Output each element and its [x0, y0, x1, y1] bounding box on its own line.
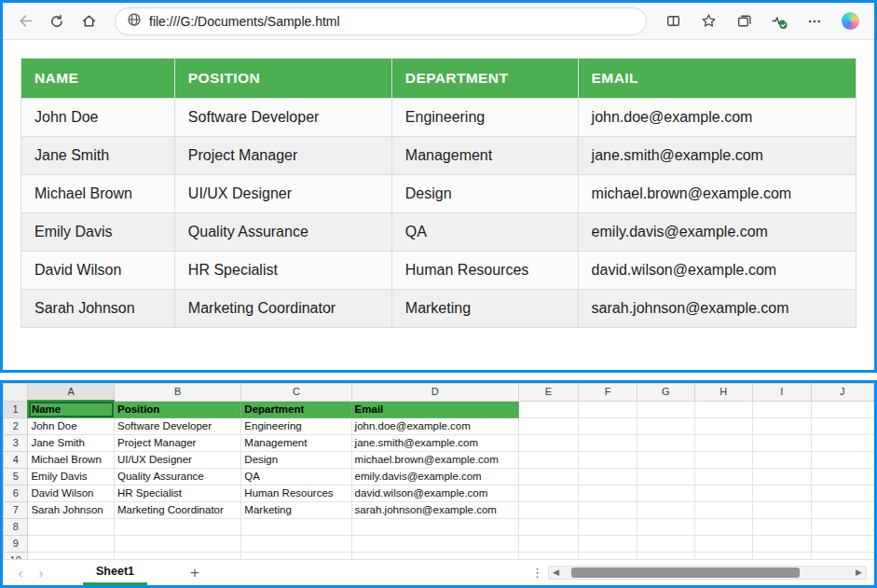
sheet-cell-H2[interactable] [694, 418, 753, 435]
sheet-cell-G6[interactable] [637, 485, 694, 502]
sheet-cell-E6[interactable] [518, 485, 578, 502]
row-header-6[interactable]: 6 [4, 485, 28, 502]
row-header-7[interactable]: 7 [4, 502, 28, 519]
sheet-cell-D10[interactable] [351, 553, 518, 560]
sheet-cell-G2[interactable] [637, 418, 694, 435]
sheet-cell-H10[interactable] [694, 553, 753, 560]
sheet-cell-C3[interactable]: Management [241, 435, 351, 452]
sheet-cell-F6[interactable] [579, 485, 637, 502]
collections-button[interactable] [729, 7, 759, 35]
sheet-cell-H4[interactable] [694, 452, 753, 469]
sheet-cell-B6[interactable]: HR Specialist [115, 485, 241, 502]
sheet-cell-D3[interactable]: jane.smith@example.com [351, 435, 518, 452]
sheet-cell-B8[interactable] [115, 519, 241, 536]
sheet-cell-I3[interactable] [753, 435, 812, 452]
sheet-cell-A4[interactable]: Michael Brown [28, 452, 115, 469]
sheet-cell-F5[interactable] [579, 469, 637, 485]
sheet-cell-F9[interactable] [579, 536, 637, 553]
row-header-3[interactable]: 3 [4, 435, 28, 452]
row-header-2[interactable]: 2 [4, 418, 28, 435]
sheet-cell-E4[interactable] [518, 452, 578, 469]
sheet-cell-A5[interactable]: Emily Davis [28, 469, 115, 485]
sheet-cell-I8[interactable] [753, 519, 812, 536]
sheet-cell-B5[interactable]: Quality Assurance [115, 469, 241, 485]
sheet-cell-H6[interactable] [694, 485, 753, 502]
favorites-button[interactable] [693, 7, 723, 35]
sheet-cell-E7[interactable] [518, 502, 578, 519]
sheet-cell-A2[interactable]: John Doe [28, 418, 115, 435]
next-sheet-button[interactable]: › [31, 562, 51, 584]
sheet-cell-D6[interactable]: david.wilson@example.com [351, 485, 518, 502]
row-header-9[interactable]: 9 [4, 536, 28, 553]
sheet-cell-J10[interactable] [811, 553, 873, 560]
sheet-cell-E5[interactable] [518, 469, 578, 485]
sheet-cell-E1[interactable] [518, 401, 578, 418]
sheet-cell-D4[interactable]: michael.brown@example.com [351, 452, 518, 469]
sheet-cell-F8[interactable] [579, 519, 637, 536]
sheet-cell-I1[interactable] [753, 401, 812, 418]
sheet-cell-I4[interactable] [753, 452, 812, 469]
sheet-cell-F7[interactable] [579, 502, 637, 519]
sheet-cell-G1[interactable] [637, 401, 694, 418]
sheet-cell-C6[interactable]: Human Resources [241, 485, 351, 502]
sheet-cell-A1[interactable]: Name [28, 401, 115, 418]
sheet-cell-J2[interactable] [811, 418, 873, 435]
sheet-cell-B9[interactable] [115, 536, 241, 553]
sheet-cell-H7[interactable] [694, 502, 753, 519]
column-header-C[interactable]: C [241, 384, 351, 402]
column-header-I[interactable]: I [753, 384, 812, 402]
sheet-cell-F2[interactable] [579, 418, 637, 435]
back-button[interactable] [10, 7, 40, 35]
horizontal-scrollbar[interactable]: ◀ ▶ [548, 566, 867, 580]
sheet-cell-C9[interactable] [241, 536, 351, 553]
sheet-cell-I2[interactable] [753, 418, 812, 435]
sheet-cell-F1[interactable] [579, 401, 637, 418]
row-header-10[interactable]: 10 [4, 553, 28, 560]
sheet-cell-J5[interactable] [811, 469, 873, 485]
scroll-right-arrow[interactable]: ▶ [852, 567, 866, 579]
row-header-5[interactable]: 5 [4, 469, 28, 485]
sheet-cell-D5[interactable]: emily.davis@example.com [351, 469, 518, 485]
scroll-left-arrow[interactable]: ◀ [549, 567, 563, 579]
sheet-cell-E10[interactable] [518, 553, 578, 560]
sheet-cell-C1[interactable]: Department [241, 401, 351, 418]
sheet-options-kebab-icon[interactable]: ⋮ [526, 565, 542, 581]
column-header-F[interactable]: F [579, 384, 637, 402]
sheet-cell-J7[interactable] [811, 502, 873, 519]
address-bar[interactable]: file:///G:/Documents/Sample.html [115, 7, 647, 35]
sheet-cell-J3[interactable] [811, 435, 873, 452]
sheet-cell-I9[interactable] [753, 536, 812, 553]
sheet-cell-E3[interactable] [518, 435, 578, 452]
sheet-cell-B4[interactable]: UI/UX Designer [115, 452, 241, 469]
sheet-cell-B1[interactable]: Position [115, 401, 241, 418]
sheet-cell-B3[interactable]: Project Manager [115, 435, 241, 452]
sheet-cell-D9[interactable] [351, 536, 518, 553]
sheet-cell-C7[interactable]: Marketing [241, 502, 351, 519]
sheet-cell-C5[interactable]: QA [241, 469, 351, 485]
sheet-cell-G9[interactable] [637, 536, 694, 553]
sheet-cell-G8[interactable] [637, 519, 694, 536]
sheet-cell-I7[interactable] [753, 502, 812, 519]
split-screen-button[interactable] [658, 7, 688, 35]
sheet-cell-C10[interactable] [241, 553, 351, 560]
sheet-cell-B7[interactable]: Marketing Coordinator [115, 502, 241, 519]
column-header-H[interactable]: H [694, 384, 753, 402]
sheet-cell-J9[interactable] [811, 536, 873, 553]
sheet-cell-D7[interactable]: sarah.johnson@example.com [351, 502, 518, 519]
sheet-cell-J6[interactable] [811, 485, 873, 502]
row-header-8[interactable]: 8 [4, 519, 28, 536]
sheet-cell-A9[interactable] [28, 536, 115, 553]
sheet-cell-A6[interactable]: David Wilson [28, 485, 115, 502]
sheet-cell-G3[interactable] [637, 435, 694, 452]
sheet-cell-D1[interactable]: Email [351, 401, 518, 418]
sheet-cell-I6[interactable] [753, 485, 812, 502]
sheet-cell-C2[interactable]: Engineering [241, 418, 351, 435]
sheet-cell-J4[interactable] [811, 452, 873, 469]
sheet-cell-B2[interactable]: Software Developer [115, 418, 241, 435]
sheet-cell-F10[interactable] [579, 553, 637, 560]
sheet-cell-J1[interactable] [811, 401, 873, 418]
column-header-D[interactable]: D [351, 384, 518, 402]
copilot-button[interactable] [835, 7, 865, 35]
sheet-cell-C4[interactable]: Design [241, 452, 351, 469]
sheet-cell-A8[interactable] [28, 519, 115, 536]
